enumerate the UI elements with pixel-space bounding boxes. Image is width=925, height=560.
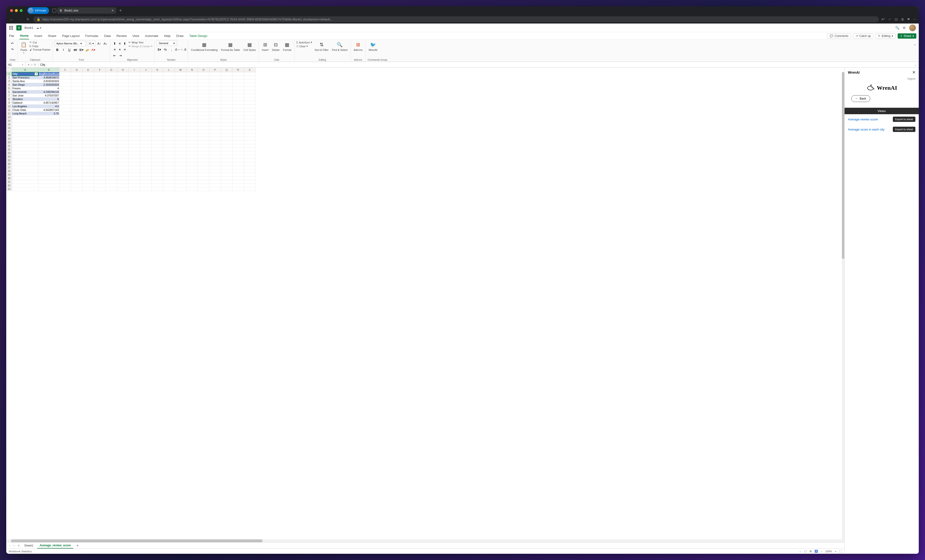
saved-indicator-icon[interactable]: ☁ ▾ [36, 26, 41, 30]
chevron-down-icon[interactable]: ⌄ [799, 549, 801, 553]
column-header[interactable]: R [232, 68, 244, 72]
cell[interactable] [244, 108, 256, 112]
cell[interactable]: 4.542857143 [38, 108, 60, 112]
cell[interactable] [163, 126, 175, 130]
addins-button[interactable]: ⊞Add-ins [353, 41, 363, 52]
column-header[interactable]: A [12, 68, 38, 72]
cell[interactable] [12, 173, 38, 177]
cell[interactable] [140, 155, 152, 159]
percent-button[interactable]: % [163, 47, 168, 52]
cell[interactable] [244, 80, 256, 83]
cell[interactable] [152, 170, 163, 173]
cell[interactable] [38, 162, 60, 166]
cell[interactable] [186, 76, 198, 80]
cell[interactable] [221, 137, 232, 141]
cell[interactable] [140, 188, 152, 191]
italic-button[interactable]: I [61, 47, 66, 52]
cell[interactable] [198, 83, 209, 87]
cell[interactable] [12, 130, 38, 134]
column-header[interactable]: D [71, 68, 83, 72]
cell[interactable] [244, 170, 256, 173]
cell[interactable] [71, 180, 83, 184]
cell[interactable] [152, 83, 163, 87]
cell[interactable] [186, 119, 198, 123]
cell[interactable] [152, 94, 163, 98]
cell[interactable] [71, 148, 83, 152]
cell[interactable] [221, 130, 232, 134]
row-header[interactable]: 17 [6, 130, 12, 134]
row-header[interactable]: 6 [6, 90, 12, 94]
cell[interactable] [186, 177, 198, 180]
underline-button[interactable]: U [67, 47, 72, 52]
cell[interactable] [60, 177, 71, 180]
cell[interactable] [94, 83, 105, 87]
cell[interactable] [221, 162, 232, 166]
cell[interactable] [163, 123, 175, 126]
cell[interactable] [163, 137, 175, 141]
cell[interactable] [163, 148, 175, 152]
cell[interactable] [221, 159, 232, 162]
cell[interactable] [198, 137, 209, 141]
cell[interactable] [140, 116, 152, 119]
cell[interactable] [221, 123, 232, 126]
cell[interactable] [175, 108, 186, 112]
cell[interactable] [152, 119, 163, 123]
cell[interactable] [209, 152, 221, 155]
cell[interactable]: Fresno [12, 87, 38, 90]
cell[interactable] [71, 155, 83, 159]
cell[interactable]: 3.950819672 [38, 76, 60, 80]
cell[interactable] [152, 155, 163, 159]
cell[interactable] [232, 155, 244, 159]
cell[interactable]: 4.37037037 [38, 94, 60, 98]
cell[interactable] [140, 112, 152, 116]
tab-insert[interactable]: Insert [34, 33, 43, 39]
cell[interactable] [60, 137, 71, 141]
cell[interactable] [83, 116, 94, 119]
border-button[interactable]: ⊞▾ [79, 47, 84, 52]
export-button[interactable]: Export to sheet [893, 117, 915, 122]
cell[interactable] [71, 152, 83, 155]
cell[interactable] [129, 108, 140, 112]
cell[interactable] [221, 112, 232, 116]
cell[interactable] [105, 108, 117, 112]
cell[interactable] [83, 72, 94, 76]
tab-automate[interactable]: Automate [145, 33, 159, 39]
cell[interactable] [232, 177, 244, 180]
cell[interactable] [117, 155, 129, 159]
align-top-button[interactable]: ⬆ [112, 41, 118, 46]
cell[interactable] [163, 180, 175, 184]
cell[interactable] [152, 144, 163, 148]
cell[interactable] [232, 130, 244, 134]
cell[interactable] [163, 112, 175, 116]
cell[interactable] [117, 87, 129, 90]
cell[interactable] [129, 170, 140, 173]
cell[interactable] [221, 105, 232, 108]
cell[interactable] [117, 116, 129, 119]
tab-data[interactable]: Data [104, 33, 111, 39]
cell[interactable] [83, 87, 94, 90]
cell[interactable] [140, 123, 152, 126]
cell[interactable] [198, 112, 209, 116]
cell[interactable] [117, 162, 129, 166]
cell[interactable] [221, 126, 232, 130]
cell[interactable] [38, 170, 60, 173]
cell[interactable] [71, 126, 83, 130]
row-header[interactable]: 25 [6, 159, 12, 162]
cell[interactable] [71, 162, 83, 166]
cell[interactable] [60, 141, 71, 144]
cell[interactable] [232, 116, 244, 119]
cell[interactable] [244, 105, 256, 108]
cell[interactable] [163, 159, 175, 162]
cell[interactable] [105, 105, 117, 108]
cell[interactable] [140, 101, 152, 105]
text-size-icon[interactable]: Aᴬ [881, 18, 885, 21]
cell[interactable] [38, 137, 60, 141]
cell[interactable] [175, 134, 186, 137]
cell[interactable] [129, 112, 140, 116]
cell[interactable] [83, 108, 94, 112]
cell[interactable] [105, 76, 117, 80]
cell[interactable] [152, 148, 163, 152]
cell[interactable] [71, 170, 83, 173]
cell[interactable] [198, 94, 209, 98]
cell[interactable] [71, 166, 83, 170]
